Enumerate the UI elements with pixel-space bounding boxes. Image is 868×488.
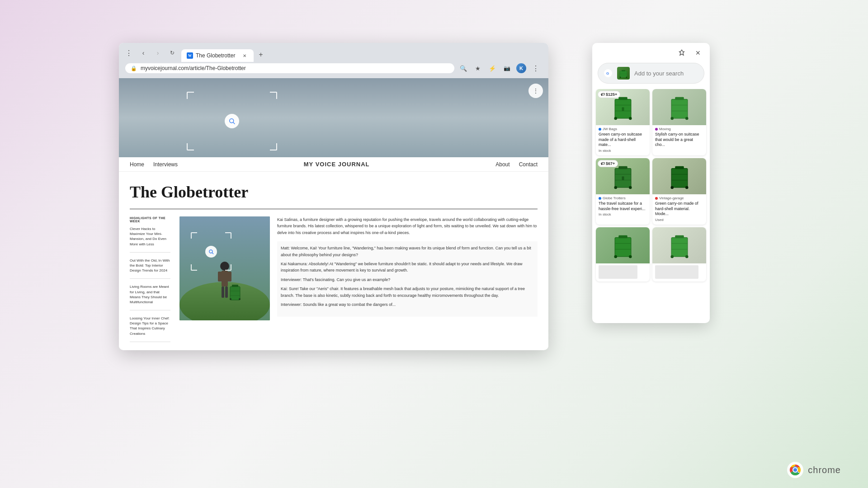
svg-rect-45 <box>622 176 624 180</box>
svg-rect-10 <box>230 286 240 300</box>
lens-corner-tr <box>270 92 277 99</box>
article-text: Kai Salinas, a furniture designer with a… <box>277 216 538 347</box>
svg-rect-20 <box>620 71 627 77</box>
lens-result-4[interactable]: Vintage-garage Green carry-on made of ha… <box>652 158 706 225</box>
price-badge-1: 🏷 $125+ <box>598 91 620 98</box>
lens-result-2[interactable]: Moving Stylish carry-on suitcase that wo… <box>652 89 706 155</box>
lens-result-6[interactable] <box>652 227 706 282</box>
interview-section: Matt: Welcome, Kai! Your furniture line,… <box>277 241 538 317</box>
svg-rect-33 <box>671 99 688 118</box>
result-2-title: Stylish carry-on suitcase that would be … <box>655 132 703 148</box>
sidebar-item-4-text: Loosing Your Inner Chef: Design Tips for… <box>130 316 170 336</box>
lens-corner-br <box>270 143 277 150</box>
svg-point-38 <box>685 117 689 120</box>
nav-contact[interactable]: Contact <box>519 161 538 168</box>
svg-rect-6 <box>218 272 222 282</box>
article-content: The Globetrotter HIGHLIGHTS OF THE WEEK … <box>119 172 548 348</box>
result-4-source: Vintage-garage <box>655 196 703 200</box>
svg-point-63 <box>685 255 689 258</box>
lens-result-3-image: 🏷 $67+ <box>596 158 650 194</box>
more-btn[interactable]: ⋮ <box>529 62 542 75</box>
svg-rect-40 <box>618 166 627 169</box>
svg-point-30 <box>614 117 617 120</box>
svg-point-24 <box>620 77 621 78</box>
active-tab[interactable]: W The Globetrotter ✕ <box>181 49 254 62</box>
tab-favicon: W <box>187 52 193 59</box>
lens-pin-btn[interactable] <box>675 47 688 59</box>
tab-close-btn[interactable]: ✕ <box>241 52 248 59</box>
lens-corner-tl <box>187 92 194 99</box>
hero-menu-btn[interactable]: ⋮ <box>528 84 543 98</box>
nav-interviews[interactable]: Interviews <box>153 161 178 168</box>
result-1-title: Green carry-on suitcase made of a hard-s… <box>599 132 647 148</box>
lens-search-bar[interactable]: G Add to your search <box>598 63 704 84</box>
sidebar-item-3[interactable]: Living Rooms are Meant for Living, and t… <box>130 284 170 310</box>
nav-left: Home Interviews <box>130 161 178 168</box>
svg-line-17 <box>212 253 213 253</box>
reload-btn[interactable]: ↻ <box>166 47 179 59</box>
nav-home[interactable]: Home <box>130 161 144 168</box>
profile-btn[interactable]: K <box>515 62 528 75</box>
tab-title: The Globetrotter <box>196 52 238 59</box>
svg-text:G: G <box>606 71 609 75</box>
svg-rect-46 <box>671 168 688 187</box>
svg-point-62 <box>670 255 674 258</box>
svg-point-31 <box>629 117 632 120</box>
nav-right: About Contact <box>495 161 538 168</box>
article-divider <box>130 209 538 209</box>
lens-result-6-info <box>652 263 706 282</box>
source-dot-3 <box>599 197 601 200</box>
new-tab-btn[interactable]: + <box>255 48 267 61</box>
chrome-logo-area: chrome <box>786 461 841 479</box>
browser-content: ⋮ Home <box>119 78 548 348</box>
google-logo: G <box>604 69 613 78</box>
image-scan-overlay <box>191 232 231 271</box>
interview-line-5: Interviewer: Sounds like a great way to … <box>281 301 534 308</box>
article-title: The Globetrotter <box>130 183 538 202</box>
source-dot-2 <box>655 128 658 131</box>
svg-rect-11 <box>232 285 238 287</box>
lens-search-placeholder: Add to your search <box>634 70 698 77</box>
sidebar-item-4[interactable]: Loosing Your Inner Chef: Design Tips for… <box>130 316 170 342</box>
forward-btn[interactable]: › <box>151 47 164 59</box>
chrome-logo-icon <box>786 461 804 479</box>
sidebar-item-1[interactable]: Clever Hacks to Maximize Your Mini-Mansi… <box>130 226 170 253</box>
highlights-title: HIGHLIGHTS OF THE WEEK <box>130 216 170 223</box>
lens-icon-btn[interactable]: 🔍 <box>457 62 470 75</box>
lens-close-btn[interactable]: ✕ <box>692 47 704 59</box>
svg-point-0 <box>230 119 234 123</box>
lens-result-5[interactable] <box>596 227 650 282</box>
chrome-menu-btn[interactable]: ⋮ <box>123 47 135 59</box>
lens-panel: ✕ G Add to your search <box>592 43 710 323</box>
svg-rect-52 <box>615 237 631 256</box>
svg-rect-34 <box>675 97 684 100</box>
hero-area: ⋮ <box>119 78 548 157</box>
nav-about[interactable]: About <box>495 161 509 168</box>
lens-scan-icon <box>205 246 217 258</box>
bookmark-btn[interactable]: ★ <box>472 62 484 75</box>
svg-rect-53 <box>618 235 627 238</box>
article-sidebar: HIGHLIGHTS OF THE WEEK Clever Hacks to M… <box>130 216 170 347</box>
lens-result-1-image: 🏷 $125+ <box>596 89 650 125</box>
svg-rect-9 <box>225 286 228 298</box>
extension-btn[interactable]: ⚡ <box>486 62 499 75</box>
svg-point-67 <box>793 468 797 472</box>
cast-btn[interactable]: 📷 <box>500 62 513 75</box>
lens-result-1[interactable]: 🏷 $125+ JW Bags Green carry-on suitcase … <box>596 89 650 155</box>
lens-panel-header: ✕ <box>592 43 710 63</box>
lens-result-1-info: JW Bags Green carry-on suitcase made of … <box>596 125 650 155</box>
lens-search-thumbnail <box>617 67 630 80</box>
back-btn[interactable]: ‹ <box>137 47 150 59</box>
lens-result-3-info: Globe Trotters The travel suitcase for a… <box>596 194 650 219</box>
address-bar[interactable]: 🔒 myvoicejournal.com/article/The-Globetr… <box>125 63 454 73</box>
article-intro: Kai Salinas, a furniture designer with a… <box>277 216 538 236</box>
lens-result-3[interactable]: 🏷 $67+ Globe Trotters The travel suitcas… <box>596 158 650 225</box>
lens-results-grid: 🏷 $125+ JW Bags Green carry-on suitcase … <box>592 89 710 323</box>
sidebar-item-2[interactable]: Out With the Old, In With the Bold: Top … <box>130 258 170 279</box>
result-1-status: In stock <box>599 149 647 153</box>
tab-bar: ⋮ ‹ › ↻ W The Globetrotter ✕ + <box>123 47 545 62</box>
article-page: ⋮ Home <box>119 78 548 348</box>
svg-rect-32 <box>622 107 624 111</box>
article-main: Kai Salinas, a furniture designer with a… <box>179 216 538 347</box>
lens-result-5-info <box>596 263 650 282</box>
